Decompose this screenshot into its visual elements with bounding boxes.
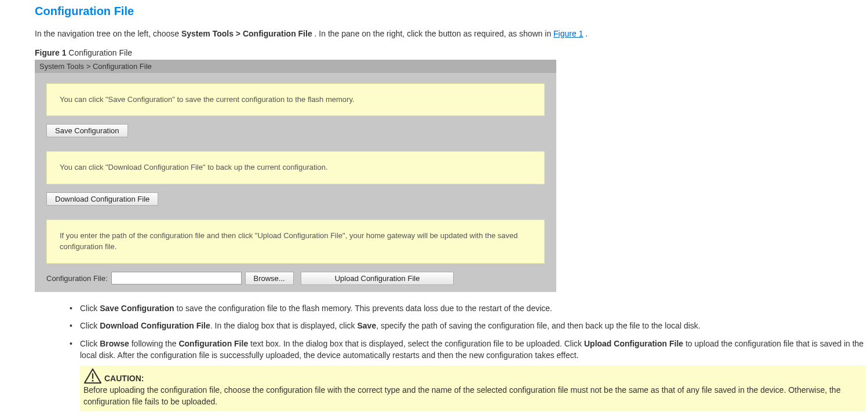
save-configuration-button[interactable]: Save Configuration xyxy=(46,124,128,137)
li-text: , specify the path of saving the configu… xyxy=(376,321,701,330)
li-bold: Upload Configuration File xyxy=(584,339,683,348)
li-text: following the xyxy=(129,339,179,348)
figure-link[interactable]: Figure 1 xyxy=(553,29,583,38)
upload-row: Configuration File: Browse... Upload Con… xyxy=(46,272,550,285)
download-configuration-file-button[interactable]: Download Configuration File xyxy=(46,192,158,206)
caution-heading: CAUTION: xyxy=(104,373,144,384)
note-save: You can click "Save Configuration" to sa… xyxy=(46,83,545,116)
page-title: Configuration File xyxy=(35,5,868,18)
intro-prefix: In the navigation tree on the left, choo… xyxy=(35,29,181,38)
upload-configuration-file-button[interactable]: Upload Configuration File xyxy=(301,272,454,285)
list-item: Click Browse following the Configuration… xyxy=(70,338,868,411)
instruction-list: Click Save Configuration to save the con… xyxy=(70,302,868,411)
li-bold: Configuration File xyxy=(178,339,248,348)
li-text: Click xyxy=(80,321,100,330)
li-bold: Browse xyxy=(100,339,129,348)
list-item: Click Download Configuration File. In th… xyxy=(70,320,868,331)
li-text: text box. In the dialog box that is disp… xyxy=(248,339,584,348)
intro-sep: > xyxy=(236,29,243,38)
intro-item: Configuration File xyxy=(243,29,312,38)
figure-caption: Figure 1 Configuration File xyxy=(35,48,868,57)
intro-paragraph: In the navigation tree on the left, choo… xyxy=(35,28,868,40)
warning-icon xyxy=(83,368,102,384)
panel-body: You can click "Save Configuration" to sa… xyxy=(35,73,556,292)
caution-text: Before uploading the configuration file,… xyxy=(83,384,862,408)
configuration-file-input[interactable] xyxy=(111,272,242,284)
caution-heading-row: CAUTION: xyxy=(83,368,862,384)
li-text: . In the dialog box that is displayed, c… xyxy=(210,321,358,330)
figure-caption-text: Configuration File xyxy=(66,48,132,57)
intro-middle: . In the pane on the right, click the bu… xyxy=(315,29,553,38)
li-text: Click xyxy=(80,339,100,348)
note-upload: If you enter the path of the configurati… xyxy=(46,220,545,264)
caution-box: CAUTION: Before uploading the configurat… xyxy=(80,366,866,411)
browse-button[interactable]: Browse... xyxy=(245,272,294,285)
configuration-file-label: Configuration File: xyxy=(46,274,108,283)
intro-suffix: . xyxy=(585,29,588,38)
svg-point-2 xyxy=(92,380,93,382)
config-panel: System Tools > Configuration File You ca… xyxy=(35,60,556,292)
li-bold: Download Configuration File xyxy=(100,321,210,330)
li-bold: Save xyxy=(357,321,376,330)
li-text: Click xyxy=(80,304,100,313)
list-item: Click Save Configuration to save the con… xyxy=(70,302,868,314)
note-download: You can click "Download Configuration Fi… xyxy=(46,151,545,184)
figure-label: Figure 1 xyxy=(35,48,66,57)
breadcrumb: System Tools > Configuration File xyxy=(35,60,556,73)
li-bold: Save Configuration xyxy=(100,304,174,313)
intro-menu: System Tools xyxy=(181,29,234,38)
li-text: to save the configuration file to the fl… xyxy=(174,304,552,313)
